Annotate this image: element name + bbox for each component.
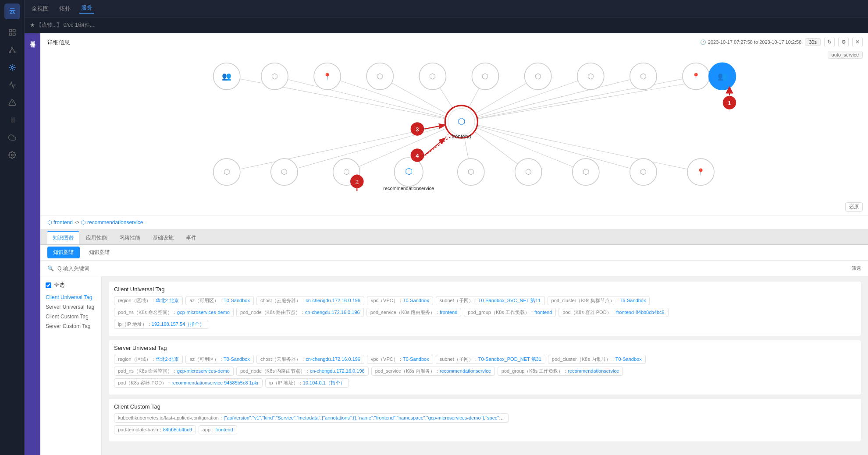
tag-chip: subnet（子网）：T0-Sandbox_SVC_NET 第11 <box>436 296 545 305</box>
bottom-panel: 知识图谱 应用性能 网络性能 基础设施 事件 知识图谱 知识图谱 🔍 筛选 <box>40 229 868 455</box>
zoom-restore-btn[interactable]: 还原 <box>845 202 863 212</box>
tab-knowledge[interactable]: 知识图谱 <box>47 231 79 244</box>
main-content: 详细信息 🕐 2023-10-17 07:27:58 to 2023-10-17… <box>40 33 868 455</box>
section-client-custom-tag: Client Custom Tag kubectl.kubernetes.io/… <box>109 399 861 441</box>
select-all-checkbox[interactable] <box>46 282 51 288</box>
svg-text:👥: 👥 <box>718 71 727 81</box>
sidebar-icon-topology[interactable] <box>4 42 20 58</box>
side-panel-label: 服务详情 <box>29 37 36 39</box>
tag-chip: region（区域）：华北2-北京 <box>114 355 183 364</box>
path-from-icon: ⬡ <box>47 219 52 226</box>
filter-btn[interactable]: 筛选 <box>851 265 861 272</box>
server-universal-tag-row-2: pod_ns（K8s 命名空间）：gcp-microservices-demo … <box>114 367 856 376</box>
main-tab-bar: 知识图谱 应用性能 网络性能 基础设施 事件 <box>40 229 868 245</box>
nav-item-service[interactable]: 服务 <box>79 4 94 14</box>
tab-app-perf[interactable]: 应用性能 <box>81 232 112 244</box>
tag-chip: pod-template-hash：84bb8cb4bc9 <box>114 425 196 434</box>
client-universal-tag-row-3: ip（IP 地址）：192.168.157.54（指个） <box>114 320 856 329</box>
tag-chip: chost（云服务器）：cn-chengdu.172.16.0.196 <box>256 355 364 364</box>
tag-chip: pod_ns（K8s 命名空间）：gcp-microservices-demo <box>114 367 234 376</box>
svg-text:⬡: ⬡ <box>525 167 532 176</box>
left-sidebar-list: 全选 Client Universal Tag Server Universal… <box>40 276 102 455</box>
client-custom-tag-row-1: kubectl.kubernetes.io/last-applied-confi… <box>114 413 856 423</box>
svg-text:⬡: ⬡ <box>343 167 350 176</box>
server-universal-tag-row-3: pod（K8s 容器 POD）：recommendationservice 94… <box>114 378 856 388</box>
server-universal-tag-title: Server Universal Tag <box>114 345 856 351</box>
list-item-client-universal[interactable]: Client Universal Tag <box>40 293 101 302</box>
svg-line-94 <box>424 125 445 129</box>
network-graph: 👥 ⬡ 📍 ⬡ ⬡ ⬡ ⬡ ⬡ ⬡ <box>40 33 868 215</box>
nav-item-overview[interactable]: 全视图 <box>30 5 50 13</box>
svg-text:⬡: ⬡ <box>377 72 383 81</box>
tag-chip: kubectl.kubernetes.io/last-applied-confi… <box>114 413 509 423</box>
section-all-label: 全选 <box>54 282 64 289</box>
svg-line-7 <box>10 48 12 52</box>
path-to-service[interactable]: recommendationservice <box>87 219 143 226</box>
graph-toolbar: 🕐 2023-10-17 07:27:58 to 2023-10-17 10:2… <box>700 37 863 47</box>
tag-chip: pod_group（K8s 工作负载）：frontend <box>464 308 556 317</box>
tab-net-perf[interactable]: 网络性能 <box>114 232 146 244</box>
path-arrow: -> <box>75 219 79 226</box>
sidebar-icon-settings[interactable] <box>4 147 20 163</box>
client-universal-tag-row-2: pod_ns（K8s 命名空间）：gcp-microservices-demo … <box>114 308 856 317</box>
tag-chip: region（区域）：华北2-北京 <box>114 296 183 305</box>
svg-line-97 <box>424 138 445 155</box>
svg-rect-0 <box>9 29 11 32</box>
svg-text:📍: 📍 <box>697 168 705 176</box>
list-item-server-universal[interactable]: Server Universal Tag <box>40 302 101 312</box>
tab-events[interactable]: 事件 <box>181 232 202 244</box>
svg-text:👥: 👥 <box>222 71 231 81</box>
svg-line-36 <box>461 122 643 172</box>
sidebar-icon-alert[interactable] <box>4 95 20 110</box>
refresh-btn[interactable]: ↻ <box>824 37 835 47</box>
path-breadcrumb: ⬡ frontend -> ⬡ recommendationservice <box>40 215 868 229</box>
sidebar-icon-cloud[interactable] <box>4 130 20 145</box>
close-btn[interactable]: ✕ <box>852 37 863 47</box>
sidebar-icon-monitor[interactable] <box>4 77 20 93</box>
sidebar-icon-home[interactable] <box>4 25 20 40</box>
time-range-text: 2023-10-17 07:27:58 to 2023-10-17 10:2:5… <box>708 39 801 45</box>
client-custom-tag-row-2: pod-template-hash：84bb8cb4bc9 app：fronte… <box>114 425 856 434</box>
tag-chip: pod_cluster（K8s 集群节点）：T6-Sandbox <box>548 296 650 305</box>
tag-chip: pod_node（K8s 路由节点）：cn-chengdu.172.16.0.1… <box>236 308 364 317</box>
graph-area: 详细信息 🕐 2023-10-17 07:27:58 to 2023-10-17… <box>40 33 868 215</box>
list-item-server-custom[interactable]: Server Custom Tag <box>40 321 101 331</box>
top-nav: 全视图 拓扑 服务 <box>25 0 868 18</box>
detail-tags: Client Universal Tag region（区域）：华北2-北京 a… <box>102 276 868 455</box>
sub-tab-0[interactable]: 知识图谱 <box>47 247 80 258</box>
section-client-universal-tag: Client Universal Tag region（区域）：华北2-北京 a… <box>109 282 861 336</box>
svg-point-18 <box>11 154 13 156</box>
path-from-service[interactable]: frontend <box>53 219 73 226</box>
svg-text:recommendationservice: recommendationservice <box>383 186 434 191</box>
sub-tab-1[interactable]: 知识图谱 <box>83 247 116 258</box>
svg-text:⬡: ⬡ <box>468 167 474 176</box>
svg-text:frontend: frontend <box>452 134 471 140</box>
list-item-client-custom[interactable]: Client Custom Tag <box>40 312 101 321</box>
sidebar-icon-list[interactable] <box>4 112 20 128</box>
app-logo: 云 <box>4 4 20 19</box>
search-input[interactable] <box>57 265 848 272</box>
svg-text:⬡: ⬡ <box>482 72 488 81</box>
svg-text:⬡: ⬡ <box>405 166 413 176</box>
tab-infra[interactable]: 基础设施 <box>147 232 179 244</box>
section-server-universal-tag: Server Universal Tag region（区域）：华北2-北京 a… <box>109 340 861 395</box>
search-icon: 🔍 <box>47 265 54 272</box>
nav-item-topology[interactable]: 拓扑 <box>57 5 72 13</box>
client-universal-tag-title: Client Universal Tag <box>114 286 856 293</box>
sidebar-icon-service[interactable] <box>4 60 20 75</box>
client-custom-tag-title: Client Custom Tag <box>114 403 856 410</box>
auto-service-badge: 30s <box>805 38 821 46</box>
svg-point-6 <box>14 52 15 53</box>
tag-chip: az（可用区）：T0-Sandbox <box>185 355 254 364</box>
svg-rect-2 <box>9 33 11 35</box>
settings-btn[interactable]: ⚙ <box>838 37 849 47</box>
client-universal-tag-row-1: region（区域）：华北2-北京 az（可用区）：T0-Sandbox cho… <box>114 296 856 305</box>
auto-service-label: auto_service <box>828 51 863 59</box>
side-panel: 服务详情 <box>25 33 40 455</box>
server-universal-tag-row-1: region（区域）：华北2-北京 az（可用区）：T0-Sandbox cho… <box>114 355 856 364</box>
main-area: 全视图 拓扑 服务 ★ 【流转...】 0/ec 1/组件... 服务详情 详细… <box>25 0 868 455</box>
breadcrumb-text: ★ 【流转...】 0/ec 1/组件... <box>30 21 94 29</box>
svg-text:📍: 📍 <box>692 72 701 81</box>
tags-layout: 全选 Client Universal Tag Server Universal… <box>40 276 868 455</box>
tag-chip: app：frontend <box>199 425 237 434</box>
